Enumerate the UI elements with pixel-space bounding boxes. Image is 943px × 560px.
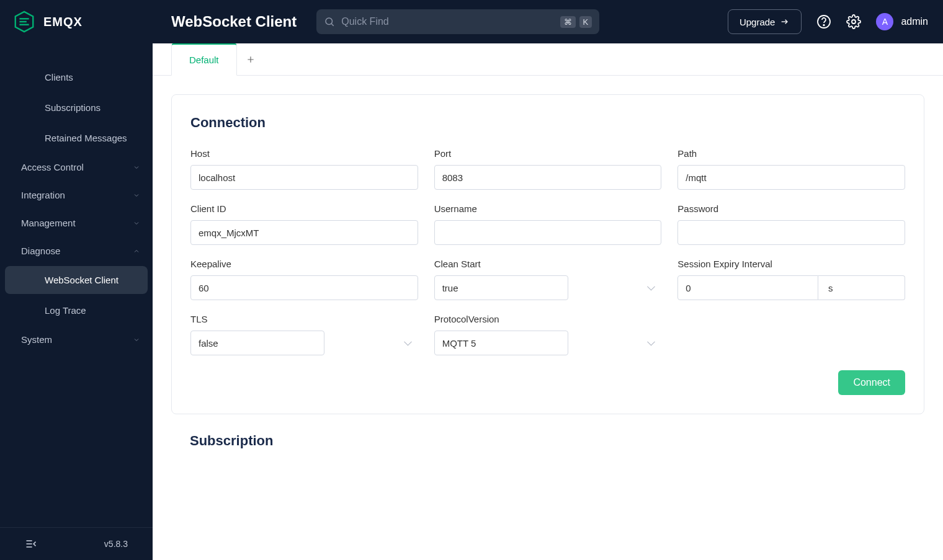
connection-title: Connection: [190, 115, 905, 131]
tls-label: TLS: [190, 314, 418, 324]
main-content: Default Connection Host Port Path: [153, 43, 943, 560]
logo-area[interactable]: EMQX: [0, 10, 153, 33]
chevron-up-icon: [133, 247, 140, 255]
search-box[interactable]: ⌘ K: [316, 9, 599, 34]
protocol-version-select[interactable]: [434, 331, 568, 355]
collapse-icon[interactable]: [25, 538, 37, 550]
kbd-k: K: [579, 16, 592, 28]
path-input[interactable]: [677, 165, 905, 190]
chevron-down-icon: [133, 336, 140, 344]
topbar-right: Upgrade A admin: [708, 9, 928, 34]
arrow-right-icon: [780, 17, 790, 27]
help-button[interactable]: [816, 14, 831, 29]
user-menu[interactable]: A admin: [876, 13, 928, 30]
tabs: Default: [153, 43, 943, 76]
avatar: A: [876, 13, 893, 30]
upgrade-label: Upgrade: [740, 17, 775, 27]
sidebar-group-access-control[interactable]: Access Control: [0, 153, 153, 181]
protocol-version-label: ProtocolVersion: [434, 314, 662, 324]
sidebar-group-label: Access Control: [21, 162, 84, 172]
keepalive-input[interactable]: [190, 275, 418, 300]
svg-point-8: [824, 25, 825, 26]
sidebar-group-label: System: [21, 334, 52, 345]
tab-default[interactable]: Default: [171, 43, 237, 76]
clean-start-label: Clean Start: [434, 259, 662, 269]
clean-start-select[interactable]: [434, 275, 568, 300]
svg-point-9: [852, 20, 856, 24]
upgrade-button[interactable]: Upgrade: [728, 9, 802, 34]
sidebar-group-label: Integration: [21, 190, 65, 200]
search-shortcut: ⌘ K: [560, 16, 592, 28]
sidebar-item-subscriptions[interactable]: Subscriptions: [5, 94, 148, 122]
sidebar: Clients Subscriptions Retained Messages …: [0, 43, 153, 560]
sidebar-group-diagnose[interactable]: Diagnose: [0, 237, 153, 265]
client-id-input[interactable]: [190, 220, 418, 245]
chevron-down-icon: [133, 220, 140, 227]
chevron-down-icon: [133, 192, 140, 199]
sidebar-group-label: Management: [21, 218, 76, 228]
page-title: WebSocket Client: [171, 13, 297, 30]
connect-button[interactable]: Connect: [838, 370, 905, 395]
plus-icon: [246, 55, 255, 64]
chevron-down-icon: [133, 164, 140, 171]
session-expiry-input[interactable]: [677, 275, 818, 300]
sidebar-group-integration[interactable]: Integration: [0, 181, 153, 209]
svg-line-5: [331, 24, 334, 26]
session-expiry-label: Session Expiry Interval: [677, 259, 905, 269]
sidebar-item-clients[interactable]: Clients: [5, 63, 148, 91]
sidebar-group-system[interactable]: System: [0, 326, 153, 353]
svg-point-4: [326, 18, 333, 25]
logo-icon: [12, 10, 36, 33]
host-input[interactable]: [190, 165, 418, 190]
password-input[interactable]: [677, 220, 905, 245]
client-id-label: Client ID: [190, 203, 418, 214]
keepalive-label: Keepalive: [190, 259, 418, 269]
username-label: Username: [434, 203, 662, 214]
sidebar-item-retained-messages[interactable]: Retained Messages: [5, 124, 148, 152]
tab-add-button[interactable]: [237, 55, 264, 64]
sidebar-item-websocket-client[interactable]: WebSocket Client: [5, 266, 148, 294]
sidebar-footer: v5.8.3: [0, 527, 153, 560]
port-label: Port: [434, 148, 662, 159]
brand-name: EMQX: [43, 15, 83, 29]
tls-select[interactable]: [190, 331, 324, 355]
subscription-title: Subscription: [190, 433, 906, 449]
sidebar-item-log-trace[interactable]: Log Trace: [5, 296, 148, 324]
version-label: v5.8.3: [104, 539, 128, 549]
kbd-cmd: ⌘: [560, 16, 576, 28]
host-label: Host: [190, 148, 418, 159]
port-input[interactable]: [434, 165, 662, 190]
session-expiry-unit[interactable]: s: [818, 275, 905, 300]
username-input[interactable]: [434, 220, 662, 245]
search-icon: [324, 16, 335, 27]
topbar: EMQX WebSocket Client ⌘ K Upgrade A admi…: [0, 0, 943, 43]
settings-button[interactable]: [846, 14, 861, 29]
username: admin: [901, 16, 928, 27]
connection-card: Connection Host Port Path Client ID: [171, 94, 924, 414]
search-input[interactable]: [341, 16, 560, 27]
sidebar-group-label: Diagnose: [21, 246, 60, 256]
path-label: Path: [677, 148, 905, 159]
sidebar-group-management[interactable]: Management: [0, 209, 153, 237]
password-label: Password: [677, 203, 905, 214]
